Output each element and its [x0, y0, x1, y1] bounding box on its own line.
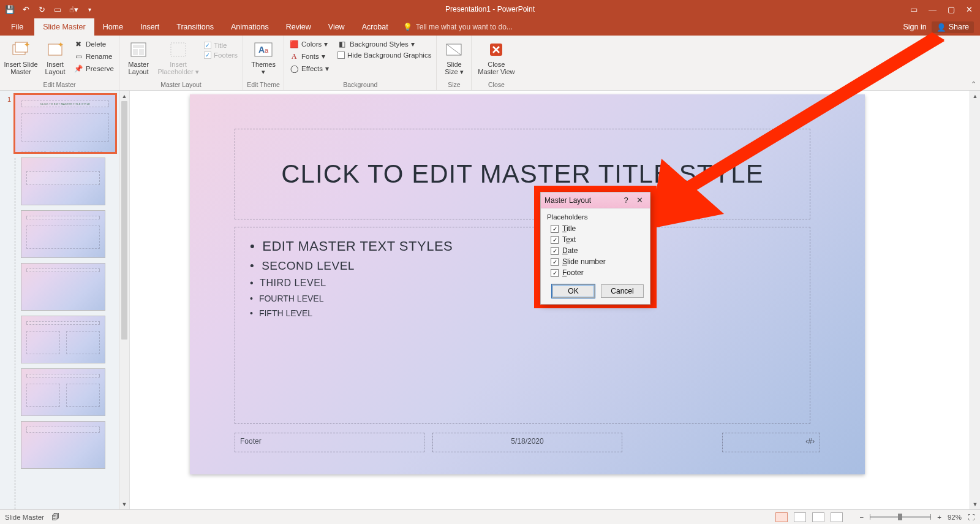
dialog-check-title[interactable]: ✓Title [547, 223, 644, 234]
reading-view-button[interactable] [812, 512, 824, 522]
background-styles-button[interactable]: ◧Background Styles ▾ [336, 39, 432, 50]
dialog-check-footer[interactable]: ✓Footer [547, 267, 644, 278]
thumbnail-layout[interactable] [21, 368, 105, 416]
dialog-titlebar[interactable]: Master Layout ? ✕ [541, 192, 650, 208]
start-from-beginning-icon[interactable]: ▭ [53, 4, 62, 14]
body-level-1: EDIT MASTER TEXT STYLES [250, 236, 795, 257]
dialog-help-icon[interactable]: ? [619, 196, 633, 205]
slide-edit-area: CLICK TO EDIT MASTER TITLE STYLE EDIT MA… [130, 91, 980, 509]
redo-icon[interactable]: ↻ [37, 4, 47, 14]
insert-slide-master-button[interactable]: ✦ Insert Slide Master [4, 37, 38, 80]
preserve-button[interactable]: 📌Preserve [72, 63, 115, 74]
scroll-up-icon[interactable]: ▲ [119, 91, 129, 101]
tab-slide-master[interactable]: Slide Master [34, 18, 94, 36]
insert-layout-icon: ✦ [45, 40, 65, 59]
zoom-in-icon[interactable]: + [937, 514, 941, 521]
dialog-cancel-button[interactable]: Cancel [601, 284, 644, 298]
close-master-view-label: Close Master View [478, 61, 514, 75]
notes-icon[interactable]: 🗐 [51, 512, 59, 522]
tab-review[interactable]: Review [277, 18, 320, 36]
maximize-icon[interactable]: ▢ [948, 5, 955, 14]
fonts-icon: A [289, 51, 299, 61]
tab-acrobat[interactable]: Acrobat [353, 18, 397, 36]
minimize-icon[interactable]: — [929, 5, 937, 14]
thumbnail-number: 1 [2, 94, 12, 103]
checkbox-icon: ✓ [204, 42, 211, 49]
thumbnail-layout[interactable] [21, 158, 105, 205]
thumbnail-master[interactable]: CLICK TO EDIT MASTER TITLE STYLE [15, 94, 116, 153]
background-styles-icon: ◧ [337, 39, 347, 49]
tell-me-search[interactable]: 💡 Tell me what you want to do... [397, 18, 513, 36]
status-mode: Slide Master [5, 514, 44, 521]
dialog-check-slide-number[interactable]: ✓Slide number [547, 256, 644, 267]
undo-icon[interactable]: ↶ [21, 4, 31, 14]
insert-layout-button[interactable]: ✦ Insert Layout [40, 37, 70, 80]
dialog-check-text[interactable]: ✓Text [547, 234, 644, 245]
thumbnail-layout[interactable] [21, 421, 105, 469]
thumbnail-layout[interactable] [21, 210, 105, 258]
zoom-value[interactable]: 92% [948, 514, 962, 521]
share-button[interactable]: 👤 Share [932, 21, 974, 33]
scroll-down-icon[interactable]: ▼ [970, 499, 980, 509]
slide-canvas[interactable]: CLICK TO EDIT MASTER TITLE STYLE EDIT MA… [190, 94, 865, 474]
fonts-button[interactable]: AFonts ▾ [288, 51, 330, 62]
effects-button[interactable]: ◯Effects ▾ [288, 63, 330, 74]
themes-icon: Aa [254, 40, 273, 59]
title-placeholder[interactable]: CLICK TO EDIT MASTER TITLE STYLE [235, 129, 810, 219]
tab-animations[interactable]: Animations [222, 18, 277, 36]
touch-mode-icon[interactable]: ☝︎▾ [69, 4, 78, 14]
tab-transitions[interactable]: Transitions [168, 18, 222, 36]
rename-button[interactable]: ▭Rename [72, 51, 115, 62]
dialog-ok-button[interactable]: OK [552, 284, 595, 298]
main-scrollbar[interactable]: ▲ ▼ [970, 91, 980, 509]
thumbnail-layout[interactable] [21, 316, 105, 363]
close-icon[interactable]: ✕ [966, 5, 973, 14]
group-label-size: Size [440, 80, 467, 89]
scrollbar-handle[interactable] [121, 101, 127, 340]
master-layout-button[interactable]: Master Layout [123, 37, 154, 80]
slide-number-placeholder[interactable]: ‹#› [722, 433, 820, 452]
themes-button[interactable]: Aa Themes▾ [247, 37, 280, 80]
scroll-down-icon[interactable]: ▼ [119, 499, 129, 509]
slideshow-view-button[interactable] [831, 512, 843, 522]
title-checkbox-label: Title [214, 42, 227, 49]
footer-placeholder[interactable]: Footer [235, 433, 424, 452]
zoom-out-icon[interactable]: − [860, 514, 864, 521]
tab-view[interactable]: View [320, 18, 353, 36]
dialog-close-icon[interactable]: ✕ [633, 196, 646, 205]
checkbox-icon: ✓ [551, 247, 559, 255]
dialog-check-date[interactable]: ✓Date [547, 245, 644, 256]
zoom-slider-knob[interactable] [898, 514, 902, 520]
tab-file[interactable]: File [0, 18, 34, 36]
group-master-layout: Master Layout Insert Placeholder ▾ ✓Titl… [119, 36, 243, 90]
qat-more-icon[interactable]: ▾ [85, 4, 94, 14]
workspace: 1 CLICK TO EDIT MASTER TITLE STYLE ▲ ▼ [0, 91, 980, 509]
collapse-ribbon-icon[interactable]: ⌃ [971, 80, 976, 88]
sign-in-link[interactable]: Sign in [903, 23, 926, 31]
normal-view-button[interactable] [775, 512, 788, 522]
tab-insert[interactable]: Insert [132, 18, 168, 36]
close-master-view-button[interactable]: Close Master View [475, 37, 517, 80]
checkbox-icon: ✓ [551, 236, 559, 244]
body-placeholder[interactable]: EDIT MASTER TEXT STYLES SECOND LEVEL THI… [235, 227, 810, 424]
svg-text:a: a [265, 47, 269, 54]
dialog-check-title-label: Title [562, 224, 576, 233]
save-icon[interactable]: 💾 [5, 4, 15, 14]
date-placeholder[interactable]: 5/18/2020 [432, 433, 622, 452]
scroll-up-icon[interactable]: ▲ [970, 91, 980, 101]
thumbnail-panel: 1 CLICK TO EDIT MASTER TITLE STYLE ▲ ▼ [0, 91, 130, 509]
delete-button[interactable]: ✖Delete [72, 39, 115, 50]
group-edit-theme: Aa Themes▾ Edit Theme [243, 36, 284, 90]
hide-bg-checkbox[interactable]: Hide Background Graphics [336, 51, 432, 59]
slide-size-button[interactable]: Slide Size ▾ [440, 37, 467, 80]
colors-button[interactable]: 🟥Colors ▾ [288, 39, 330, 50]
ribbon-display-options-icon[interactable]: ▭ [910, 5, 918, 14]
tab-home[interactable]: Home [94, 18, 132, 36]
fit-to-window-icon[interactable]: ⛶ [968, 514, 975, 521]
slide-sorter-view-button[interactable] [794, 512, 806, 522]
dialog-check-date-label: Date [562, 246, 578, 255]
zoom-slider[interactable] [870, 516, 931, 518]
svg-text:✦: ✦ [58, 41, 64, 49]
thumbnail-layout[interactable] [21, 263, 105, 311]
thumbnail-scrollbar[interactable]: ▲ ▼ [119, 91, 129, 509]
